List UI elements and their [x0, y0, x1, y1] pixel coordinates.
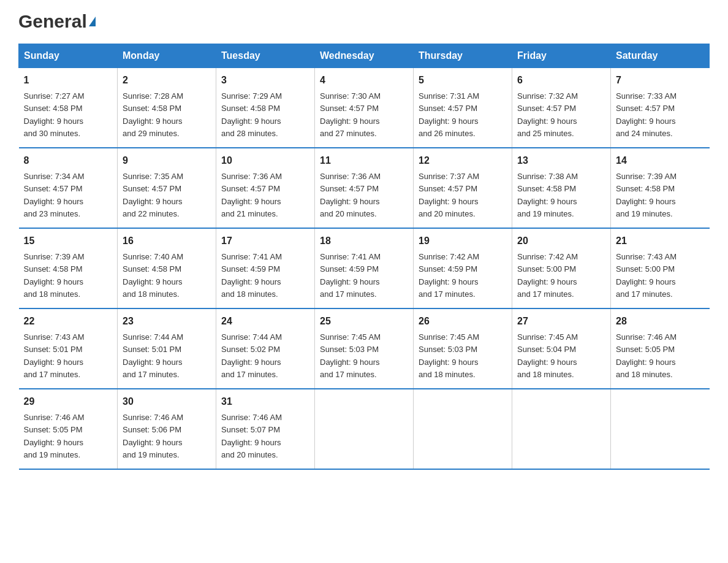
cell-sunset: Sunset: 4:57 PM: [419, 104, 477, 113]
cell-daylight-cont: and 17 minutes.: [320, 370, 377, 379]
day-number: 26: [419, 314, 507, 329]
cell-sunset: Sunset: 5:05 PM: [24, 425, 83, 434]
cell-daylight-cont: and 18 minutes.: [123, 289, 180, 299]
calendar-header: SundayMondayTuesdayWednesdayThursdayFrid…: [19, 44, 710, 68]
day-number: 20: [517, 234, 605, 248]
cell-daylight-cont: and 17 minutes.: [24, 370, 81, 379]
weekday-header-friday: Friday: [512, 44, 611, 68]
cell-daylight: Daylight: 9 hours: [24, 277, 84, 286]
calendar-cell: 31 Sunrise: 7:46 AM Sunset: 5:07 PM Dayl…: [216, 389, 315, 469]
cell-sunrise: Sunrise: 7:45 AM: [517, 332, 578, 342]
day-number: 2: [123, 73, 211, 88]
cell-sunset: Sunset: 4:58 PM: [616, 184, 675, 193]
cell-daylight-cont: and 19 minutes.: [616, 209, 673, 218]
calendar-week-row: 1 Sunrise: 7:27 AM Sunset: 4:58 PM Dayli…: [19, 68, 710, 148]
cell-daylight: Daylight: 9 hours: [221, 358, 281, 367]
cell-sunset: Sunset: 5:03 PM: [419, 345, 477, 354]
cell-daylight-cont: and 29 minutes.: [123, 129, 180, 138]
cell-sunset: Sunset: 4:59 PM: [419, 264, 477, 274]
calendar-cell: 7 Sunrise: 7:33 AM Sunset: 4:57 PM Dayli…: [611, 68, 710, 148]
cell-sunrise: Sunrise: 7:31 AM: [419, 91, 479, 101]
cell-daylight: Daylight: 9 hours: [419, 197, 479, 206]
logo-general-text: General: [18, 12, 87, 31]
cell-sunset: Sunset: 4:58 PM: [24, 104, 83, 113]
calendar-cell: [611, 389, 710, 469]
cell-daylight-cont: and 24 minutes.: [616, 129, 673, 138]
cell-daylight-cont: and 18 minutes.: [616, 370, 673, 379]
cell-sunrise: Sunrise: 7:45 AM: [419, 332, 479, 342]
cell-sunset: Sunset: 5:07 PM: [221, 425, 280, 434]
day-number: 15: [24, 234, 113, 248]
cell-sunrise: Sunrise: 7:40 AM: [123, 252, 183, 261]
cell-sunrise: Sunrise: 7:43 AM: [24, 332, 85, 342]
cell-sunset: Sunset: 4:57 PM: [221, 184, 280, 193]
day-number: 29: [24, 394, 113, 409]
day-number: 11: [320, 153, 408, 168]
cell-sunset: Sunset: 5:00 PM: [616, 264, 675, 274]
cell-daylight-cont: and 20 minutes.: [221, 450, 278, 459]
calendar-cell: 8 Sunrise: 7:34 AM Sunset: 4:57 PM Dayli…: [19, 148, 118, 228]
cell-sunset: Sunset: 5:00 PM: [517, 264, 576, 274]
day-number: 25: [320, 314, 408, 329]
cell-daylight: Daylight: 9 hours: [24, 117, 84, 126]
cell-daylight-cont: and 18 minutes.: [419, 370, 476, 379]
calendar-cell: 24 Sunrise: 7:44 AM Sunset: 5:02 PM Dayl…: [216, 308, 315, 389]
cell-sunrise: Sunrise: 7:41 AM: [320, 252, 381, 261]
day-number: 23: [123, 314, 211, 329]
calendar-cell: [512, 389, 611, 469]
cell-sunset: Sunset: 4:57 PM: [320, 104, 379, 113]
cell-sunrise: Sunrise: 7:29 AM: [221, 91, 282, 101]
cell-sunset: Sunset: 4:58 PM: [24, 264, 83, 274]
calendar-cell: 12 Sunrise: 7:37 AM Sunset: 4:57 PM Dayl…: [414, 148, 512, 228]
cell-daylight-cont: and 23 minutes.: [24, 209, 81, 218]
weekday-header-sunday: Sunday: [19, 44, 118, 68]
cell-daylight-cont: and 18 minutes.: [24, 289, 81, 299]
calendar-cell: 4 Sunrise: 7:30 AM Sunset: 4:57 PM Dayli…: [315, 68, 414, 148]
day-number: 18: [320, 234, 408, 248]
weekday-header-saturday: Saturday: [611, 44, 710, 68]
calendar-cell: 1 Sunrise: 7:27 AM Sunset: 4:58 PM Dayli…: [19, 68, 118, 148]
weekday-header-row: SundayMondayTuesdayWednesdayThursdayFrid…: [19, 44, 710, 68]
cell-daylight: Daylight: 9 hours: [123, 277, 183, 286]
day-number: 17: [221, 234, 309, 248]
logo-triangle-icon: [89, 17, 96, 26]
cell-daylight: Daylight: 9 hours: [221, 197, 281, 206]
day-number: 4: [320, 73, 408, 88]
day-number: 9: [123, 153, 211, 168]
cell-daylight-cont: and 17 minutes.: [419, 289, 476, 299]
calendar-cell: 23 Sunrise: 7:44 AM Sunset: 5:01 PM Dayl…: [118, 308, 216, 389]
cell-daylight-cont: and 22 minutes.: [123, 209, 180, 218]
cell-daylight: Daylight: 9 hours: [320, 277, 380, 286]
day-number: 1: [24, 73, 113, 88]
day-number: 31: [221, 394, 309, 409]
cell-daylight-cont: and 25 minutes.: [517, 129, 574, 138]
cell-sunset: Sunset: 5:02 PM: [221, 345, 280, 354]
calendar-table: SundayMondayTuesdayWednesdayThursdayFrid…: [18, 44, 710, 470]
day-number: 3: [221, 73, 309, 88]
cell-sunrise: Sunrise: 7:27 AM: [24, 91, 85, 101]
cell-daylight: Daylight: 9 hours: [419, 358, 479, 367]
day-number: 7: [616, 73, 705, 88]
weekday-header-monday: Monday: [118, 44, 216, 68]
cell-daylight-cont: and 21 minutes.: [221, 209, 278, 218]
calendar-cell: 5 Sunrise: 7:31 AM Sunset: 4:57 PM Dayli…: [414, 68, 512, 148]
cell-daylight-cont: and 17 minutes.: [123, 370, 180, 379]
day-number: 22: [24, 314, 113, 329]
cell-sunset: Sunset: 4:57 PM: [123, 184, 181, 193]
day-number: 21: [616, 234, 705, 248]
cell-daylight: Daylight: 9 hours: [123, 117, 183, 126]
calendar-cell: 6 Sunrise: 7:32 AM Sunset: 4:57 PM Dayli…: [512, 68, 611, 148]
calendar-cell: 18 Sunrise: 7:41 AM Sunset: 4:59 PM Dayl…: [315, 228, 414, 308]
calendar-cell: 3 Sunrise: 7:29 AM Sunset: 4:58 PM Dayli…: [216, 68, 315, 148]
calendar-cell: 19 Sunrise: 7:42 AM Sunset: 4:59 PM Dayl…: [414, 228, 512, 308]
cell-sunrise: Sunrise: 7:46 AM: [616, 332, 677, 342]
cell-daylight-cont: and 17 minutes.: [517, 289, 574, 299]
cell-sunrise: Sunrise: 7:32 AM: [517, 91, 578, 101]
calendar-cell: 27 Sunrise: 7:45 AM Sunset: 5:04 PM Dayl…: [512, 308, 611, 389]
cell-daylight: Daylight: 9 hours: [616, 117, 676, 126]
calendar-cell: 10 Sunrise: 7:36 AM Sunset: 4:57 PM Dayl…: [216, 148, 315, 228]
calendar-week-row: 29 Sunrise: 7:46 AM Sunset: 5:05 PM Dayl…: [19, 389, 710, 469]
cell-daylight-cont: and 26 minutes.: [419, 129, 476, 138]
cell-daylight: Daylight: 9 hours: [123, 197, 183, 206]
cell-sunset: Sunset: 4:57 PM: [616, 104, 675, 113]
